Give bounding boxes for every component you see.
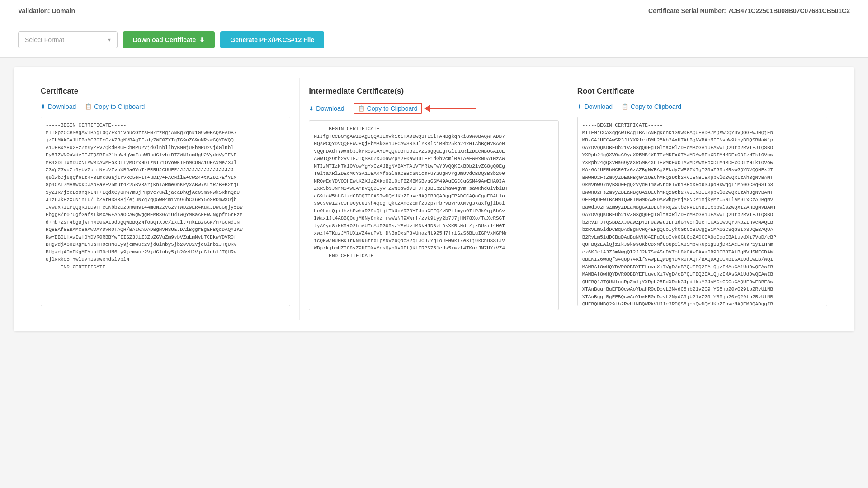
- generate-pfx-label: Generate PFX/PKCS#12 File: [230, 36, 314, 43]
- select-format-label: Select Format: [25, 36, 64, 43]
- clipboard-icon: 📋: [358, 105, 365, 112]
- validation-value: Domain: [52, 7, 75, 14]
- generate-pfx-button[interactable]: Generate PFX/PKCS#12 File: [220, 31, 324, 48]
- cert-title-root: Root Certificate: [577, 87, 827, 96]
- clipboard-link-certificate[interactable]: 📋 Copy to Clipboard: [85, 103, 145, 110]
- serial-value: 7CB471C22501B008B07C07681CB501C2: [728, 7, 850, 14]
- arrow-shaft: [430, 108, 476, 109]
- cert-columns: Certificate⬇ Download📋 Copy to Clipboard…: [32, 78, 836, 320]
- download-icon: ⬇: [309, 105, 314, 112]
- cert-text-certificate[interactable]: -----BEGIN CERTIFICATE----- MIIGpzCCBSeg…: [41, 117, 290, 306]
- validation-info: Validation: Domain: [18, 7, 75, 14]
- top-bar: Validation: Domain Certificate Serial Nu…: [0, 0, 868, 22]
- cert-col-certificate: Certificate⬇ Download📋 Copy to Clipboard…: [32, 78, 300, 320]
- download-icon: ⬇: [41, 103, 46, 110]
- cert-actions-certificate: ⬇ Download📋 Copy to Clipboard: [41, 103, 290, 110]
- serial-label: Certificate Serial Number:: [648, 7, 726, 14]
- cert-title-intermediate: Intermediate Certificate(s): [309, 87, 558, 96]
- cert-col-intermediate: Intermediate Certificate(s)⬇ Download📋 C…: [300, 78, 568, 320]
- clipboard-icon: 📋: [622, 103, 628, 110]
- cert-text-root[interactable]: -----BEGIN CERTIFICATE----- MIIEMjCCAXqg…: [577, 117, 827, 306]
- validation-label: Validation:: [18, 7, 50, 14]
- arrow-head: [424, 105, 430, 112]
- download-cert-icon: ⬇: [199, 36, 205, 43]
- main-content: Certificate⬇ Download📋 Copy to Clipboard…: [14, 67, 854, 331]
- action-bar: Select Format ▾ Download Certificate ⬇ G…: [0, 22, 868, 58]
- download-link-certificate[interactable]: ⬇ Download: [41, 103, 76, 110]
- download-link-intermediate[interactable]: ⬇ Download: [309, 105, 344, 112]
- clipboard-link-intermediate[interactable]: 📋 Copy to Clipboard: [354, 103, 422, 114]
- cert-col-root: Root Certificate⬇ Download📋 Copy to Clip…: [568, 78, 836, 320]
- cert-actions-root: ⬇ Download📋 Copy to Clipboard: [577, 103, 827, 110]
- download-icon: ⬇: [577, 103, 582, 110]
- arrow-indicator: [425, 105, 476, 112]
- select-format-dropdown[interactable]: Select Format ▾: [18, 31, 118, 48]
- download-cert-label: Download Certificate: [133, 36, 196, 43]
- download-certificate-button[interactable]: Download Certificate ⬇: [123, 31, 215, 48]
- clipboard-icon: 📋: [85, 103, 92, 110]
- download-link-root[interactable]: ⬇ Download: [577, 103, 613, 110]
- chevron-down-icon: ▾: [108, 37, 111, 43]
- clipboard-link-root[interactable]: 📋 Copy to Clipboard: [622, 103, 681, 110]
- serial-info: Certificate Serial Number: 7CB471C22501B…: [648, 7, 850, 14]
- cert-title-certificate: Certificate: [41, 87, 290, 96]
- cert-text-intermediate[interactable]: -----BEGIN CERTIFICATE----- MIIfgTCCBGmg…: [309, 120, 558, 310]
- cert-actions-intermediate: ⬇ Download📋 Copy to Clipboard: [309, 103, 558, 114]
